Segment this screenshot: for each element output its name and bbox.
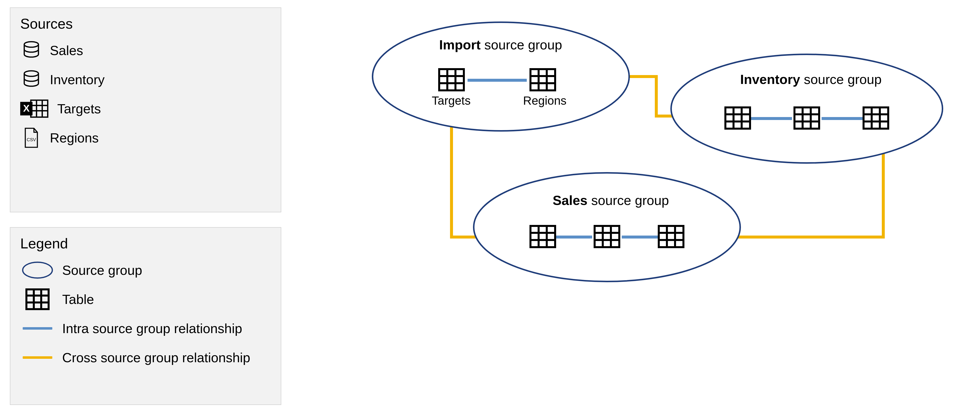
table-icon (595, 226, 619, 247)
legend-title: Legend (20, 235, 271, 252)
diagram-area: Import source group Inventory source gro… (321, 0, 962, 296)
svg-rect-2 (31, 100, 48, 117)
table-label-targets: Targets (432, 94, 471, 107)
legend-panel: Legend Source group Table Intra source g… (10, 227, 281, 405)
svg-point-1 (24, 71, 38, 76)
legend-item-cross: Cross source group relationship (20, 347, 271, 369)
table-icon (725, 107, 750, 129)
table-icon (20, 288, 55, 310)
legend-item-intra: Intra source group relationship (20, 317, 271, 340)
source-label: Targets (57, 101, 101, 116)
source-item-sales: Sales (20, 39, 271, 61)
csv-file-icon: CSV (20, 127, 43, 149)
database-icon (20, 39, 43, 61)
legend-label: Table (62, 292, 94, 307)
table-icon (439, 69, 464, 90)
svg-text:CSV: CSV (27, 137, 36, 142)
sources-title: Sources (20, 15, 271, 32)
table-icon (530, 69, 555, 90)
table-icon (659, 226, 683, 247)
sources-panel: Sources Sales Inventory (10, 7, 281, 212)
table-label-regions: Regions (523, 94, 566, 107)
inventory-group-label: Inventory source group (740, 72, 881, 87)
legend-label: Source group (62, 262, 142, 278)
cross-line-icon (20, 347, 55, 369)
source-label: Inventory (50, 72, 105, 87)
legend-item-source-group: Source group (20, 259, 271, 281)
ellipse-icon (20, 259, 55, 281)
source-label: Regions (50, 130, 99, 145)
table-icon (530, 226, 555, 247)
database-icon (20, 69, 43, 91)
legend-label: Cross source group relationship (62, 350, 250, 365)
source-item-regions: CSV Regions (20, 127, 271, 149)
source-item-targets: X Targets (20, 97, 271, 120)
table-icon (794, 107, 819, 129)
svg-text:X: X (23, 103, 30, 113)
svg-point-0 (24, 42, 38, 47)
svg-point-10 (23, 262, 52, 278)
source-label: Sales (50, 43, 83, 58)
legend-item-table: Table (20, 288, 271, 310)
table-icon (864, 107, 888, 129)
import-group-label: Import source group (439, 37, 562, 52)
svg-rect-11 (26, 289, 49, 309)
diagram-svg (321, 0, 962, 296)
intra-line-icon (20, 317, 55, 340)
sales-group-label: Sales source group (553, 193, 669, 208)
legend-label: Intra source group relationship (62, 321, 242, 336)
source-item-inventory: Inventory (20, 69, 271, 91)
excel-icon: X (20, 97, 50, 120)
